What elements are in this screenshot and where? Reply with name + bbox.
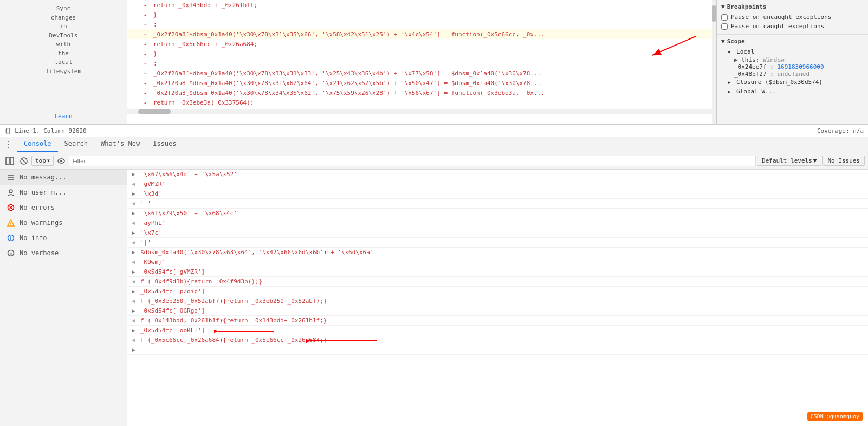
error-icon [7, 203, 15, 212]
preserve-log-button[interactable] [55, 154, 68, 167]
sidebar-toggle-button[interactable] [3, 154, 16, 167]
horizontal-scrollbar[interactable] [127, 109, 712, 114]
scope-closure-item[interactable]: Closure ($dbsm_0x30d574) [721, 78, 864, 87]
expand-icon[interactable]: ▶ [132, 229, 138, 236]
expand-icon[interactable]: ▶ [132, 190, 138, 197]
coverage-indicator: Coverage: n/a [817, 127, 864, 134]
console-entry: ◀ 'ayPhL' [127, 218, 868, 228]
sidebar-no-messages[interactable]: No messag... [0, 170, 127, 185]
position-indicator: Line 1, Column 92620 [15, 127, 86, 134]
collapse-icon[interactable]: ◀ [132, 220, 138, 227]
sidebar-no-user-messages[interactable]: No user m... [0, 185, 127, 200]
tab-search[interactable]: Search [58, 137, 94, 152]
tab-console[interactable]: Console [17, 137, 58, 152]
sync-line-7: local [54, 59, 72, 66]
collapse-icon[interactable]: ◀ [132, 337, 138, 344]
more-options-button[interactable]: ⋮ [0, 139, 17, 150]
expand-icon[interactable]: ▶ [132, 346, 138, 353]
scope-this-item[interactable]: ▶ this: Window [721, 56, 864, 63]
pause-caught-item[interactable]: Pause on caught exceptions [721, 22, 864, 31]
console-entry-oorlt: ▶ _0x5d54fc['ooRLT'] [127, 326, 868, 335]
tab-whats-new[interactable]: What's New [94, 137, 146, 152]
sidebar-no-warnings[interactable]: No warnings [0, 215, 127, 230]
collapse-icon[interactable]: ◀ [132, 239, 138, 246]
svg-line-4 [22, 159, 26, 163]
status-bar: {} Line 1, Column 92620 Coverage: n/a [0, 125, 868, 137]
console-entry: ▶ _0x5d54fc['gVMZR'] [127, 267, 868, 277]
info-icon [7, 234, 15, 242]
scrollbar-thumb[interactable] [138, 109, 171, 114]
scope-local-item[interactable]: Local [721, 47, 864, 56]
expand-icon[interactable]: ▶ [132, 327, 138, 334]
sidebar-no-verbose[interactable]: ≡ No verbose [0, 246, 127, 261]
console-entry: ▶ _0x5d54fc['OGRga'] [127, 306, 868, 316]
sidebar-no-info[interactable]: No info [0, 230, 127, 246]
sidebar-no-errors[interactable]: No errors [0, 200, 127, 215]
scope-global-item[interactable]: Global W... [721, 87, 864, 96]
pause-uncaught-item[interactable]: Pause on uncaught exceptions [721, 12, 864, 22]
no-issues-button[interactable]: No Issues [822, 156, 865, 166]
code-editor: - return _0x143bdd + _0x261b1f; - } - ; [127, 0, 712, 124]
expand-icon[interactable]: ▶ [132, 307, 138, 314]
watermark: CSDN @quanmguoy [807, 412, 863, 421]
clear-console-button[interactable] [17, 154, 30, 167]
sync-sidebar: Sync changes in DevTools with the local … [0, 0, 127, 124]
red-arrow-annotation [214, 327, 279, 335]
code-line: - _0x2f20a8[$dbsm_0x1a40('\x30\x78\x34\x… [127, 88, 712, 98]
code-line: - return _0x3ebe3a(_0x337564); [127, 98, 712, 107]
default-levels-dropdown[interactable]: Default levels ▼ [757, 156, 821, 166]
sync-line-6: the [58, 50, 69, 57]
pause-uncaught-checkbox[interactable] [721, 14, 728, 21]
collapse-icon[interactable]: ◀ [132, 200, 138, 207]
console-entry-func: ◀ f (_0x5c66cc,_0x26a684){return _0x5c66… [127, 335, 868, 345]
console-entry: ▶ _0x5d54fc['pZoip'] [127, 287, 868, 296]
context-label: top [35, 157, 46, 164]
collapse-icon[interactable]: ◀ [132, 298, 138, 305]
sidebar-icon [5, 157, 14, 165]
triangle-down-icon: ▼ [721, 3, 725, 10]
scope-section: ▼ Scope Local ▶ this: Window _0x24ee7f :… [717, 35, 868, 99]
code-line: - return _0x143bdd + _0x261b1f; [127, 0, 712, 10]
vertical-scrollbar[interactable] [712, 0, 716, 124]
collapse-icon[interactable]: ◀ [132, 180, 138, 188]
chevron-down-icon: ▼ [813, 157, 817, 164]
collapse-icon[interactable]: ◀ [132, 278, 138, 285]
breakpoints-header: ▼ Breakpoints [721, 3, 864, 10]
console-tab-bar: ⋮ Console Search What's New Issues [0, 137, 868, 152]
learn-link[interactable]: Learn [54, 113, 72, 120]
console-entry-last: ▶ [127, 345, 868, 355]
console-entry: ◀ '|' [127, 238, 868, 248]
expand-icon[interactable]: ▶ [132, 288, 138, 295]
clear-icon [20, 157, 28, 165]
code-line: - } [127, 10, 712, 20]
scope-0x48bf27-item: _0x48bf27 : undefined [721, 70, 864, 78]
eye-icon [57, 157, 66, 165]
console-entry: ▶ '\x67\x56\x4d' + '\x5a\x52' [127, 170, 868, 179]
breakpoints-section: ▼ Breakpoints Pause on uncaught exceptio… [717, 0, 868, 35]
console-output: ▶ '\x67\x56\x4d' + '\x5a\x52' ◀ 'gVMZR' … [127, 170, 868, 426]
console-entry: ◀ f (_0x143bdd,_0x261b1f){return _0x143b… [127, 316, 868, 326]
context-selector[interactable]: top ▼ [31, 156, 54, 166]
console-entry: ◀ f (_0x4f9d3b){return _0x4f9d3b();} [127, 277, 868, 287]
console-entry: ◀ 'gVMZR' [127, 179, 868, 189]
sync-line-3: in [60, 23, 67, 30]
expand-icon[interactable]: ▶ [132, 210, 138, 217]
right-panel: ▼ Breakpoints Pause on uncaught exceptio… [716, 0, 868, 124]
console-filter-input[interactable] [69, 156, 756, 166]
tab-issues[interactable]: Issues [146, 137, 183, 152]
collapse-icon[interactable]: ◀ [132, 259, 138, 266]
expand-icon[interactable]: ▶ [132, 268, 138, 275]
svg-point-6 [60, 160, 62, 162]
svg-rect-2 [10, 157, 14, 165]
code-line: - ; [127, 20, 712, 29]
expand-icon[interactable]: ▶ [132, 249, 138, 256]
scrollbar-thumb[interactable] [712, 5, 716, 22]
pause-caught-checkbox[interactable] [721, 23, 728, 30]
expand-icon[interactable]: ▶ [132, 171, 138, 178]
svg-point-10 [9, 190, 12, 193]
scope-header: ▼ Scope [721, 38, 864, 45]
red-arrow [636, 34, 701, 66]
brace-icon[interactable]: {} [4, 127, 11, 134]
sync-line-1: Sync [56, 5, 71, 12]
collapse-icon[interactable]: ◀ [132, 317, 138, 324]
